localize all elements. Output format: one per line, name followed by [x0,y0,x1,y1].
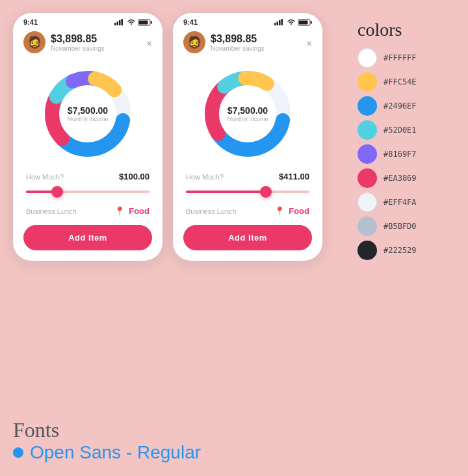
phone2-header: 🧔 $3,898.85 Novamber savings × [173,29,322,59]
phone2-amount: $3,898.85 [211,33,312,45]
phone2-how-much-value: $411.00 [279,172,309,181]
color-swatch-lightblue [358,192,377,212]
color-row-7: #EFF4FA [358,192,455,212]
phone1-food-label[interactable]: Food [129,206,150,216]
color-row-4: #52D0E1 [358,120,455,140]
phone2-how-much-row: How Much? $411.00 [173,166,322,184]
phone1-wrapper: 9:41 [13,13,162,463]
phone1-avatar: 🧔 [23,31,46,53]
phone1-subtitle: Novamber savings [51,45,152,52]
phone2-donut-sub: Monthly income [227,116,268,122]
color-swatch-teal [358,120,377,140]
phone1-donut: $7,500.00 Monthly income [39,65,136,163]
svg-rect-16 [281,19,283,25]
phone2-battery-icon [298,19,312,26]
phone2-avatar: 🧔 [183,31,205,53]
color-swatch-yellow [358,72,377,92]
svg-rect-18 [299,20,308,24]
phone2-subtitle: Novamber savings [211,45,312,52]
fonts-section: Fonts Open Sans - Regular [13,418,201,463]
phone1-header: 🧔 $3,898.85 Novamber savings × [13,29,162,59]
phone2-signal-icon [274,19,285,25]
color-swatch-pink [358,168,377,188]
phone2-chart-section: $7,500.00 Monthly income [173,59,322,166]
fonts-font-name: Open Sans - Regular [30,442,201,463]
phone2-add-item-button[interactable]: Add Item [183,225,312,250]
phone2-food-label[interactable]: Food [289,206,309,216]
phone2-time: 9:41 [183,18,198,26]
phone2-status-bar: 9:41 [173,13,322,29]
phone2: 9:41 [173,13,322,261]
phone2-business-label: Business Lunch [186,207,270,215]
phone2-wrapper: 9:41 [173,13,322,463]
color-hex-white: #FFFFFF [384,53,417,62]
phone1-pin-icon: 📍 [114,206,125,216]
svg-rect-5 [139,20,148,24]
phone2-wifi-icon [287,19,296,25]
color-hex-yellow: #FFC54E [384,77,417,86]
svg-rect-0 [114,23,116,25]
phone2-pin-icon: 📍 [274,206,285,216]
phone2-slider-thumb[interactable] [260,186,272,198]
phone2-how-much-label: How Much? [186,173,224,181]
color-swatch-blue [358,96,377,116]
color-row-2: #FFC54E [358,72,455,92]
phone1-how-much-value: $100.00 [119,172,150,181]
phone1-header-info: $3,898.85 Novamber savings [51,33,152,52]
phone1-donut-sub: Monthly income [67,116,108,122]
color-hex-blue: #2496EF [384,101,417,111]
color-hex-lightblue: #EFF4FA [384,198,417,207]
color-hex-dark: #222529 [384,246,417,255]
color-hex-teal: #52D0E1 [384,126,417,135]
phone2-header-info: $3,898.85 Novamber savings [211,33,312,52]
color-row-3: #2496EF [358,96,455,116]
color-swatch-dark [358,241,377,260]
phone1-business-row: Business Lunch 📍 Food [13,201,162,221]
svg-rect-19 [311,21,312,23]
color-swatch-steel [358,217,377,236]
signal-icon [114,19,125,25]
phone1-slider-track[interactable] [26,191,150,193]
fonts-title: Fonts [13,418,201,442]
phone1-close-btn[interactable]: × [147,38,152,49]
phone2-donut: $7,500.00 Monthly income [199,65,296,163]
phone2-donut-amount: $7,500.00 [227,105,268,116]
color-hex-steel: #B5BFD0 [384,222,417,231]
color-row-8: #B5BFD0 [358,217,455,236]
color-hex-pink: #EA3869 [384,174,417,183]
phone1-slider-section [13,184,162,201]
phone1-chart-section: $7,500.00 Monthly income [13,59,162,166]
phone2-close-btn[interactable]: × [307,38,312,49]
phone1-donut-amount: $7,500.00 [67,105,108,116]
color-row-5: #8169F7 [358,144,455,164]
svg-rect-1 [117,21,119,25]
color-row-9: #222529 [358,241,455,260]
phone2-donut-label: $7,500.00 Monthly income [227,105,268,122]
phone1-donut-label: $7,500.00 Monthly income [67,105,108,122]
phone1-business-label: Business Lunch [26,207,110,215]
phone1-time: 9:41 [23,18,38,26]
svg-rect-3 [122,19,124,25]
phone2-slider-section [173,184,322,201]
phone1-slider-thumb[interactable] [51,186,63,198]
phone2-slider-track[interactable] [186,191,309,193]
wifi-icon [127,19,136,25]
phone1-add-item-button[interactable]: Add Item [23,225,152,250]
font-dot [13,447,23,458]
phone2-slider-fill [186,191,266,193]
svg-rect-13 [274,23,276,25]
color-swatch-white [358,48,377,68]
phone1-status-bar: 9:41 [13,13,162,29]
phone1-status-icons [114,19,152,26]
right-panel: colors #FFFFFF #FFC54E #2496EF #52D0E1 #… [351,13,455,463]
phones-section: 9:41 [13,13,344,463]
phone2-business-row: Business Lunch 📍 Food [173,201,322,221]
svg-rect-14 [277,21,279,25]
main-layout: 9:41 [0,0,468,476]
svg-rect-6 [151,21,152,23]
colors-title: colors [358,20,455,40]
phone1-how-much-label: How Much? [26,173,64,181]
phone2-status-icons [274,19,312,26]
color-row-1: #FFFFFF [358,48,455,68]
phone1: 9:41 [13,13,162,261]
